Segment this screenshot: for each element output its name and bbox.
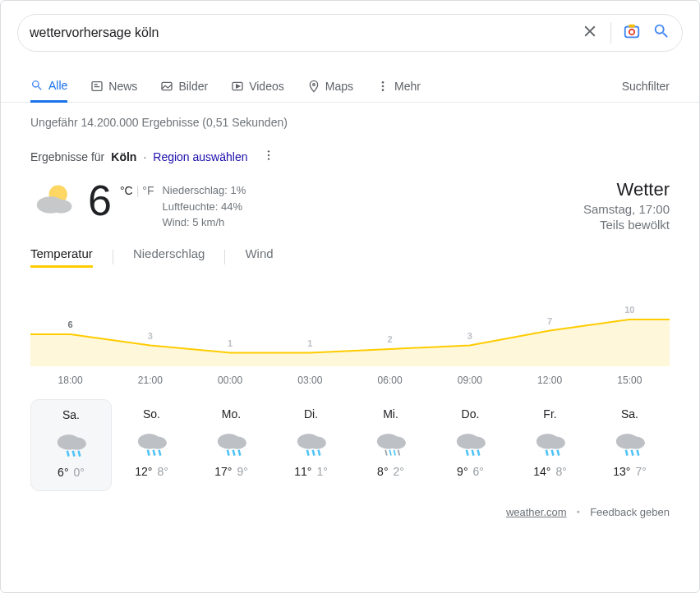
day-high: 17° (214, 465, 232, 478)
svg-point-9 (312, 83, 315, 85)
tab-more[interactable]: Mehr (376, 70, 421, 102)
day-name: Mi. (351, 407, 431, 421)
camera-icon[interactable] (623, 22, 641, 44)
results-for-prefix: Ergebnisse für (30, 150, 104, 163)
unit-celsius[interactable]: °C (120, 184, 133, 197)
svg-line-59 (637, 450, 638, 456)
chart-value-label: 3 (467, 331, 472, 341)
svg-line-23 (78, 451, 80, 457)
search-filter[interactable]: Suchfilter (622, 70, 670, 102)
tab-all-label: Alle (48, 79, 67, 92)
svg-point-18 (50, 200, 71, 214)
svg-line-44 (398, 450, 399, 456)
svg-point-25 (148, 436, 166, 448)
svg-point-35 (307, 436, 325, 448)
svg-line-38 (318, 450, 320, 456)
tab-maps[interactable]: Maps (307, 70, 353, 102)
search-filter-label: Suchfilter (622, 80, 670, 93)
svg-line-36 (306, 450, 308, 456)
svg-line-31 (227, 450, 228, 456)
day-forecast[interactable]: Do.9°6° (431, 399, 510, 491)
svg-point-15 (268, 158, 269, 159)
clear-icon[interactable] (581, 22, 599, 44)
svg-point-13 (268, 150, 269, 152)
rain-icon (31, 428, 111, 461)
weather-tabs: Temperatur Niederschlag Wind (30, 246, 670, 268)
weather-tab-temperature[interactable]: Temperatur (30, 246, 93, 268)
svg-point-20 (67, 437, 85, 449)
weather-condition: Teils bewölkt (583, 218, 670, 232)
svg-point-46 (467, 436, 485, 448)
daily-forecast-row: Sa.6°0°So.12°8°Mo.17°9°Di.11°1°Mi.8°2°Do… (30, 399, 670, 491)
chart-value-label: 1 (307, 338, 312, 348)
svg-line-47 (466, 450, 467, 456)
rain-icon (590, 427, 670, 460)
day-low: 1° (316, 465, 327, 478)
search-icon[interactable] (652, 22, 670, 44)
hour-label: 09:00 (430, 375, 509, 386)
rain-icon (510, 427, 590, 460)
svg-line-32 (233, 450, 234, 456)
day-forecast[interactable]: Sa.6°0° (30, 399, 112, 491)
hour-label: 12:00 (510, 375, 590, 386)
weather-footer: weather.com • Feedback geben (1, 499, 699, 518)
hour-label: 21:00 (110, 375, 190, 386)
rain-icon (351, 427, 431, 460)
svg-line-58 (631, 450, 633, 456)
tab-maps-label: Maps (325, 80, 353, 93)
source-link[interactable]: weather.com (506, 506, 567, 518)
day-forecast[interactable]: Fr.14°8° (510, 399, 590, 491)
svg-line-27 (153, 450, 154, 456)
svg-line-54 (557, 450, 559, 456)
search-input[interactable] (30, 25, 581, 40)
search-bar (17, 14, 683, 52)
svg-line-21 (67, 451, 68, 457)
day-low: 7° (635, 465, 646, 478)
svg-line-37 (312, 450, 314, 456)
svg-point-1 (629, 30, 634, 34)
day-high: 6° (58, 466, 68, 479)
day-forecast[interactable]: Mo.17°9° (191, 399, 271, 491)
tab-videos[interactable]: Videos (231, 70, 284, 102)
svg-point-51 (546, 436, 564, 448)
day-low: 8° (555, 465, 566, 478)
tab-news[interactable]: News (90, 70, 137, 102)
location-name: Köln (111, 150, 136, 163)
weather-stats: Niederschlag: 1% Luftfeuchte: 44% Wind: … (162, 179, 246, 231)
day-forecast[interactable]: Sa.13°7° (590, 399, 670, 491)
day-name: Sa. (590, 407, 670, 421)
day-low: 0° (74, 466, 85, 479)
day-high: 9° (457, 465, 467, 478)
svg-line-33 (238, 450, 240, 456)
svg-line-52 (546, 450, 547, 456)
svg-line-43 (394, 450, 395, 456)
feedback-link[interactable]: Feedback geben (590, 506, 670, 518)
day-forecast[interactable]: So.12°8° (112, 399, 191, 491)
hour-label: 06:00 (350, 375, 430, 386)
chart-value-label: 7 (547, 316, 552, 326)
day-name: Di. (271, 407, 351, 421)
day-forecast[interactable]: Mi.8°2° (351, 399, 431, 491)
hourly-times: 18:0021:0000:0003:0006:0009:0012:0015:00 (30, 375, 670, 386)
unit-fahrenheit[interactable]: °F (142, 184, 154, 197)
tab-all[interactable]: Alle (30, 71, 67, 103)
region-select-link[interactable]: Region auswählen (153, 150, 247, 163)
day-low: 6° (473, 465, 484, 478)
svg-line-48 (472, 450, 473, 456)
svg-point-14 (268, 154, 269, 156)
weather-title: Wetter (583, 179, 670, 200)
day-name: Do. (431, 407, 510, 421)
tab-images[interactable]: Bilder (160, 70, 208, 102)
day-forecast[interactable]: Di.11°1° (271, 399, 351, 491)
weather-card: 6 °C | °F Niederschlag: 1% Luftfeuchte: … (1, 164, 699, 499)
day-name: So. (112, 407, 191, 421)
chart-value-label: 1 (228, 338, 233, 348)
weather-tab-wind[interactable]: Wind (245, 246, 273, 268)
more-options-icon[interactable] (262, 149, 275, 164)
chart-value-label: 6 (68, 319, 73, 329)
search-tabs: Alle News Bilder Videos Maps Mehr Suchfi… (1, 70, 699, 103)
weather-tab-precipitation[interactable]: Niederschlag (133, 246, 205, 268)
svg-line-22 (72, 451, 74, 457)
svg-line-26 (147, 450, 149, 456)
temperature-chart[interactable]: 631123710 (30, 301, 670, 366)
